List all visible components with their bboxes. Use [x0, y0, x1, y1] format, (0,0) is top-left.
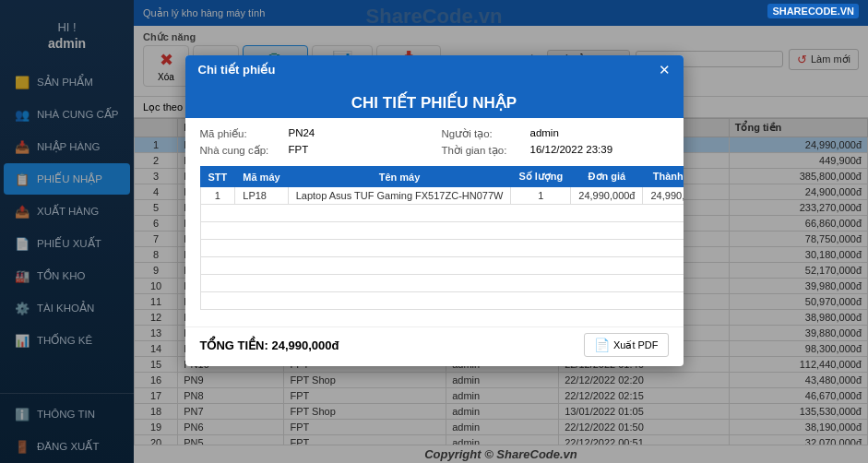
tong-tien-label: TỔNG TIỀN:: [200, 338, 268, 352]
modal-table-empty-row: [200, 205, 684, 222]
modal-table-empty-row: [200, 222, 684, 240]
modal-close-button[interactable]: ✕: [659, 63, 671, 77]
modal-cell-ma-may: LP18: [235, 187, 288, 205]
modal-col-so-luong: Số lượng: [511, 167, 571, 187]
modal-info-thoi-gian: Thời gian tạo: 16/12/2022 23:39: [442, 144, 669, 157]
ma-phieu-value: PN24: [289, 127, 315, 140]
thoi-gian-value: 16/12/2022 23:39: [530, 144, 613, 157]
export-pdf-button[interactable]: 📄 Xuất PDF: [584, 333, 669, 357]
modal-col-thanh-tien: Thành tiền: [643, 167, 684, 187]
modal-header-title: Chi tiết phiếu: [198, 63, 276, 77]
modal-cell-stt: 1: [200, 187, 235, 205]
nguoi-tao-value: admin: [530, 127, 559, 140]
nha-cung-cap-label: Nhà cung cấp:: [200, 144, 283, 157]
nha-cung-cap-value: FPT: [289, 144, 309, 157]
ma-phieu-label: Mã phiếu:: [200, 127, 283, 140]
export-pdf-label: Xuất PDF: [613, 339, 659, 351]
modal-footer: TỔNG TIỀN: 24,990,000đ 📄 Xuất PDF: [185, 326, 684, 366]
modal-cell-ten-may: Laptop Asus TUF Gaming FX517ZC-HN077W: [288, 187, 511, 205]
nguoi-tao-label: Người tạo:: [442, 127, 525, 140]
modal-table-empty-row: [200, 292, 684, 310]
modal-overlay: Chi tiết phiếu ✕ CHI TIẾT PHIẾU NHẬP Mã …: [0, 0, 868, 463]
modal-col-ten-may: Tên máy: [288, 167, 511, 187]
modal-cell-don-gia: 24,990,000đ: [571, 187, 643, 205]
modal-cell-thanh-tien: 24,990,000đ: [643, 187, 684, 205]
modal: Chi tiết phiếu ✕ CHI TIẾT PHIẾU NHẬP Mã …: [185, 55, 684, 366]
thoi-gian-label: Thời gian tạo:: [442, 144, 525, 157]
modal-table-empty-row: [200, 275, 684, 292]
modal-cell-so-luong: 1: [511, 187, 571, 205]
sharecode-logo: SHARECODE.VN: [767, 4, 859, 18]
modal-info-ma-phieu: Mã phiếu: PN24: [200, 127, 427, 140]
pdf-icon: 📄: [594, 338, 610, 352]
modal-table-body: 1 LP18 Laptop Asus TUF Gaming FX517ZC-HN…: [200, 187, 684, 310]
modal-info-nha-cung-cap: Nhà cung cấp: FPT: [200, 144, 427, 157]
modal-info-nguoi-tao: Người tạo: admin: [442, 127, 669, 140]
modal-col-ma-may: Mã máy: [235, 167, 288, 187]
modal-table: STT Mã máy Tên máy Số lượng Đơn giá Thàn…: [200, 166, 684, 310]
modal-header: Chi tiết phiếu ✕: [185, 55, 684, 84]
modal-table-header: STT Mã máy Tên máy Số lượng Đơn giá Thàn…: [200, 167, 684, 187]
modal-col-don-gia: Đơn giá: [571, 167, 643, 187]
modal-body: Mã phiếu: PN24 Người tạo: admin Nhà cung…: [185, 118, 684, 326]
sharecode-logo-box: SHARECODE.VN: [767, 4, 859, 18]
modal-title-center: CHI TIẾT PHIẾU NHẬP: [185, 84, 684, 118]
modal-table-empty-row: [200, 257, 684, 275]
modal-info-grid: Mã phiếu: PN24 Người tạo: admin Nhà cung…: [200, 127, 669, 157]
tong-tien-value: 24,990,000đ: [271, 338, 339, 352]
modal-table-row: 1 LP18 Laptop Asus TUF Gaming FX517ZC-HN…: [200, 187, 684, 205]
modal-total: TỔNG TIỀN: 24,990,000đ: [200, 338, 339, 352]
modal-table-empty-row: [200, 240, 684, 257]
modal-col-stt: STT: [200, 167, 235, 187]
